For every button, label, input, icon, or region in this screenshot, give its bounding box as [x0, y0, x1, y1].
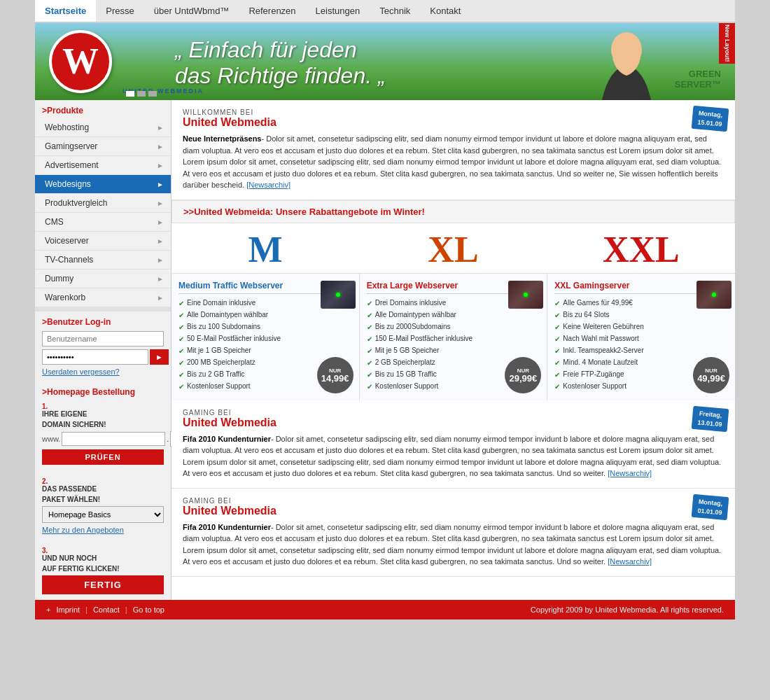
arrow-icon: ►: [157, 294, 164, 302]
arrow-icon: ►: [157, 124, 164, 132]
medium-f5: ✔Mit je 1 GB Speicher: [178, 346, 352, 356]
sidebar-item-produktvergleich[interactable]: Produktvergleich ►: [35, 194, 171, 213]
banner-dot-1[interactable]: [126, 91, 134, 97]
mehr-link[interactable]: Mehr zu den Angeboten: [42, 526, 164, 534]
xxl-f2: ✔Bis zu 64 Slots: [554, 310, 728, 320]
banner-tagline: „ Einfach für jeden das Richtige finden.…: [175, 37, 386, 89]
letter-xxl: XXL: [603, 230, 680, 270]
news-item-3: Montag, 01.01.09 GAMING BEI United Webme…: [172, 489, 735, 577]
server-light: [712, 293, 716, 297]
sidebar-item-tvchannels[interactable]: TV-Channels ►: [35, 251, 171, 270]
step1-title2: DOMAIN SICHERN!: [42, 421, 164, 428]
news3-lead-strong: Fifa 2010 Kundenturnier: [183, 523, 271, 531]
password-row: ►: [42, 349, 164, 365]
server-light: [336, 293, 340, 297]
footer: + Imprint | Contact | Go to top Copyrigh…: [35, 600, 735, 620]
medium-f4: ✔50 E-Mail Postfächer inklusive: [178, 334, 352, 344]
package-xl: Extra Large Webserver ✔Drei Domains inkl…: [360, 274, 548, 400]
page-wrapper: Startseite Presse über UntdWbmd™ Referen…: [35, 0, 735, 620]
letter-m: M: [248, 230, 283, 270]
step2-title2: PAKET WÄHLEN!: [42, 496, 164, 503]
sidebar-item-webhosting[interactable]: Webhosting ►: [35, 118, 171, 137]
step2-title1: DAS PASSENDE: [42, 485, 164, 493]
promo-text: >>United Webmeida: Unsere Rabattangebote…: [183, 206, 425, 217]
letter-m-col: M: [172, 223, 359, 273]
password-input[interactable]: [42, 349, 148, 365]
news1-text: Neue Internetpräsens- Dolor sit amet, co…: [183, 133, 724, 191]
news2-category: GAMING BEI: [183, 409, 724, 416]
footer-imprint[interactable]: Imprint: [56, 606, 80, 614]
banner-dot-2[interactable]: [137, 91, 146, 97]
arrow-icon: ►: [157, 162, 164, 169]
footer-contact[interactable]: Contact: [93, 606, 120, 614]
news3-archive-link[interactable]: [Newsarchiv]: [608, 557, 652, 566]
banner-logo-w: W: [62, 43, 99, 80]
domain-input[interactable]: [62, 432, 165, 446]
sidebar-item-cms[interactable]: CMS ►: [35, 213, 171, 232]
domain-row: www. . info .de .com .net: [42, 431, 164, 447]
step3-number: 3.: [42, 547, 164, 554]
nav-presse[interactable]: Presse: [96, 0, 144, 22]
news1-date-badge: Montag, 15.01.09: [692, 106, 729, 132]
xxl-f3: ✔Keine Weiteren Gebühren: [554, 322, 728, 332]
sidebar-item-warenkorb[interactable]: Warenkorb ►: [35, 288, 171, 307]
top-nav: Startseite Presse über UntdWbmd™ Referen…: [35, 0, 735, 23]
xxl-price-badge: Nur 49,99€: [693, 357, 729, 393]
produkte-title: >Produkte: [35, 100, 171, 118]
package-letters: M XL XXL: [172, 223, 735, 273]
sidebar-item-gamingserver[interactable]: Gamingserver ►: [35, 137, 171, 156]
xl-f2: ✔Alle Domaintypen wählbar: [367, 310, 540, 320]
banner: W UNITED WEBMEDIA „ Einfach für jeden da…: [35, 23, 735, 100]
sidebar-item-advertisement[interactable]: Advertisement ►: [35, 156, 171, 175]
nav-startseite[interactable]: Startseite: [35, 0, 96, 22]
login-button[interactable]: ►: [150, 349, 169, 365]
xl-server-img: [508, 281, 543, 309]
letter-xxl-col: XXL: [547, 223, 735, 273]
news-item-2: Freitag, 13.01.09 GAMING BEI United Webm…: [172, 400, 735, 489]
letter-xl: XL: [428, 230, 478, 270]
medium-f3: ✔Bis zu 100 Subdomains: [178, 322, 352, 332]
xl-f4: ✔150 E-Mail Postfächer inklusive: [367, 334, 540, 344]
sidebar-item-dummy[interactable]: Dummy ►: [35, 270, 171, 288]
xxl-f5: ✔Inkl. Teamspeakk2-Server: [554, 346, 728, 356]
news1-archive-link[interactable]: [Newsarchiv]: [246, 181, 290, 189]
letter-xl-col: XL: [359, 223, 547, 273]
banner-dot-3[interactable]: [148, 91, 157, 97]
footer-bullet: +: [46, 606, 50, 614]
news2-title: United Webmedia: [183, 416, 724, 429]
promo-banner: >>United Webmeida: Unsere Rabattangebote…: [172, 200, 735, 223]
username-input[interactable]: [42, 331, 164, 346]
step1-section: 1. IHRE EIGENE DOMAIN SICHERN! www. . in…: [35, 400, 171, 475]
nav-kontakt[interactable]: Kontakt: [420, 0, 470, 22]
news-item-1: Montag, 15.01.09 WILLKOMMEN BEI United W…: [172, 100, 735, 200]
content-area: Montag, 15.01.09 WILLKOMMEN BEI United W…: [172, 100, 735, 600]
fertig-button[interactable]: FERTIG: [42, 575, 164, 594]
nav-leistungen[interactable]: Leistungen: [306, 0, 370, 22]
banner-person: [595, 30, 658, 100]
main-layout: >Produkte Webhosting ► Gamingserver ► Ad…: [35, 100, 735, 600]
footer-gototop[interactable]: Go to top: [133, 606, 164, 614]
sidebar-item-voiceserver[interactable]: Voiceserver ►: [35, 232, 171, 251]
homepage-order-label: >Homepage Bestellung: [35, 387, 171, 400]
step2-number: 2.: [42, 477, 164, 485]
package-select[interactable]: Homepage Basics Medium XL XXL: [42, 506, 164, 523]
nav-technik[interactable]: Technik: [370, 0, 420, 22]
forgot-link[interactable]: Userdaten vergessen?: [42, 368, 164, 376]
news2-archive-link[interactable]: [Newsarchiv]: [608, 469, 652, 477]
news3-text: Fifa 2010 Kundenturnier- Dolor sit amet,…: [183, 522, 724, 568]
news2-text: Fifa 2010 Kundenturnier- Dolor sit amet,…: [183, 433, 724, 479]
sidebar-item-webdesigns[interactable]: Webdesigns ►: [35, 175, 171, 194]
arrow-icon: ►: [157, 237, 164, 245]
xl-f3: ✔Bis zu 2000Subdomains: [367, 322, 540, 332]
nav-ueber[interactable]: über UntdWbmd™: [144, 0, 239, 22]
package-medium: Medium Traffic Webserver ✔Eine Domain in…: [172, 274, 360, 400]
medium-server-img: [321, 281, 356, 309]
new-layout-badge: New Layout!: [719, 23, 735, 64]
arrow-icon: ►: [157, 218, 164, 226]
news2-lead-strong: Fifa 2010 Kundenturnier: [183, 435, 271, 443]
pruefen-button[interactable]: PRÜFEN: [42, 449, 164, 465]
nav-referenzen[interactable]: Referenzen: [239, 0, 305, 22]
login-title: >Benutzer Log-in: [42, 317, 164, 331]
green-server-line1: GREEN: [675, 69, 721, 79]
news3-title: United Webmedia: [183, 505, 724, 517]
